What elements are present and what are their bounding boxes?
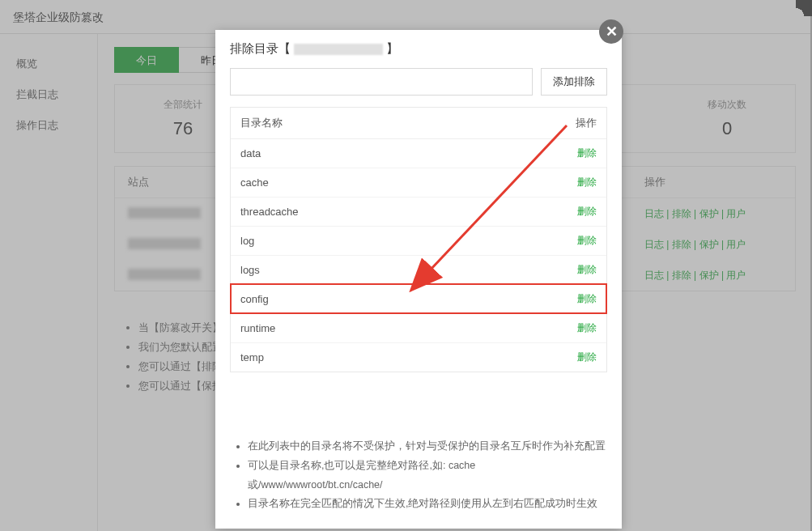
delete-link[interactable]: 删除 bbox=[577, 293, 597, 304]
exclude-head-name: 目录名称 bbox=[240, 116, 564, 130]
exclude-row-name: config bbox=[240, 293, 564, 305]
modal-body: 添加排除 目录名称 操作 data删除cache删除threadcache删除l… bbox=[215, 68, 622, 529]
delete-link[interactable]: 删除 bbox=[577, 322, 597, 333]
exclude-row: runtime删除 bbox=[231, 313, 606, 342]
close-icon[interactable]: ✕ bbox=[599, 19, 623, 44]
modal-title-prefix: 排除目录【 bbox=[230, 41, 291, 57]
modal-title-censored bbox=[294, 44, 383, 55]
add-exclude-button[interactable]: 添加排除 bbox=[541, 68, 607, 96]
exclude-input[interactable] bbox=[230, 68, 533, 96]
delete-link[interactable]: 删除 bbox=[577, 176, 597, 188]
delete-link[interactable]: 删除 bbox=[577, 206, 597, 217]
exclude-row: log删除 bbox=[231, 226, 606, 255]
exclude-row-name: logs bbox=[240, 264, 564, 276]
modal-note-item: 可以是目录名称,也可以是完整绝对路径,如: cache或/www/wwwroot… bbox=[248, 457, 607, 495]
exclude-row: logs删除 bbox=[231, 255, 606, 284]
exclude-row-name: threadcache bbox=[240, 206, 564, 218]
modal-title: 排除目录【 】 bbox=[215, 30, 622, 68]
delete-link[interactable]: 删除 bbox=[577, 147, 597, 159]
delete-link[interactable]: 删除 bbox=[577, 235, 597, 246]
exclude-head-op: 操作 bbox=[564, 116, 597, 130]
exclude-row-name: data bbox=[240, 147, 564, 159]
modal-title-suffix: 】 bbox=[386, 41, 398, 57]
modal-notes: 在此列表中的目录名将不受保护，针对与受保护的目录名互斥时作为补充配置 可以是目录… bbox=[230, 437, 607, 514]
exclude-row: temp删除 bbox=[231, 342, 606, 372]
exclude-row: cache删除 bbox=[231, 168, 606, 197]
exclude-row-name: temp bbox=[240, 351, 564, 363]
exclude-row: config删除 bbox=[231, 284, 606, 313]
exclude-row: threadcache删除 bbox=[231, 197, 606, 226]
exclude-row-name: log bbox=[240, 235, 564, 247]
exclude-modal: 排除目录【 】 添加排除 目录名称 操作 data删除cache删除thread… bbox=[215, 30, 622, 529]
input-row: 添加排除 bbox=[230, 68, 607, 96]
exclude-row-name: cache bbox=[240, 176, 564, 189]
exclude-table-head: 目录名称 操作 bbox=[231, 108, 606, 139]
exclude-row: data删除 bbox=[231, 139, 606, 168]
delete-link[interactable]: 删除 bbox=[577, 264, 597, 275]
modal-note-item: 在此列表中的目录名将不受保护，针对与受保护的目录名互斥时作为补充配置 bbox=[248, 437, 607, 457]
modal-note-item: 目录名称在完全匹配的情况下生效,绝对路径则使用从左到右匹配成功时生效 bbox=[248, 495, 607, 514]
exclude-table: 目录名称 操作 data删除cache删除threadcache删除log删除l… bbox=[230, 107, 607, 372]
exclude-row-name: runtime bbox=[240, 322, 564, 334]
delete-link[interactable]: 删除 bbox=[577, 351, 597, 363]
